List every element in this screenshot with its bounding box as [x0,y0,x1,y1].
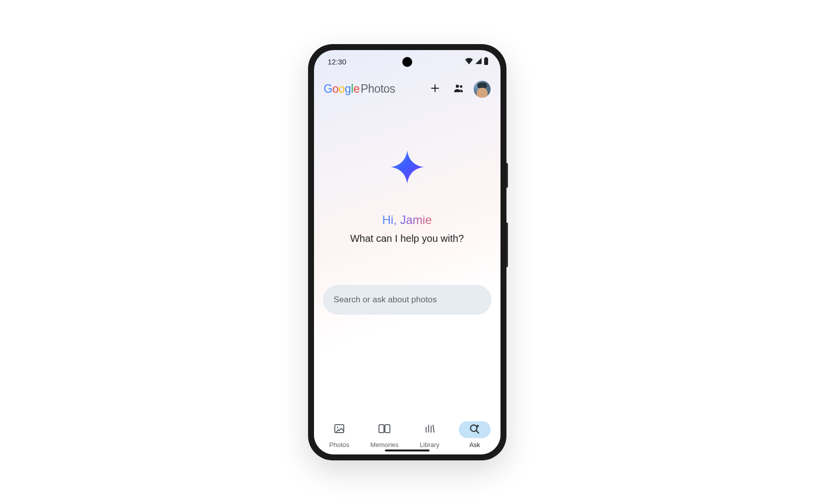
wifi-icon [465,57,473,66]
hero-section: Hi, Jamie What can I help you with? Sear… [314,105,501,416]
phone-side-button [506,223,508,267]
search-placeholder: Search or ask about photos [334,295,437,305]
camera-notch [402,57,412,67]
svg-line-11 [433,425,434,432]
svg-rect-1 [485,57,487,58]
plus-icon [429,82,441,96]
greeting-text: Hi, Jamie [382,213,432,227]
nav-tab-ask[interactable]: Ask [452,421,498,448]
status-time: 12:30 [328,57,347,66]
app-logo: Google Photos [324,82,421,96]
avatar[interactable] [474,81,491,98]
svg-line-13 [476,431,479,433]
nav-label: Memories [370,441,398,448]
gemini-spark-icon [390,150,425,184]
cell-signal-icon [475,57,482,66]
search-input[interactable]: Search or ask about photos [323,285,492,315]
phone-frame: 12:30 Google Photos [308,44,506,460]
svg-rect-7 [385,425,390,433]
home-indicator[interactable] [385,449,430,451]
nav-tab-memories[interactable]: Memories [362,421,407,448]
svg-rect-6 [379,425,384,433]
image-icon [333,423,345,437]
phone-side-button [506,163,508,188]
app-screen: 12:30 Google Photos [314,50,501,454]
library-icon [424,423,436,437]
svg-rect-0 [484,57,488,64]
nav-tab-library[interactable]: Library [407,421,452,448]
battery-icon [484,57,489,66]
people-icon [452,82,465,96]
nav-label: Library [420,441,439,448]
svg-point-5 [337,427,338,428]
devices-icon [378,423,391,437]
status-icons [465,57,489,66]
app-header: Google Photos [314,70,501,105]
svg-point-3 [459,85,462,87]
search-spark-icon [469,423,481,437]
nav-label: Ask [469,441,480,448]
add-button[interactable] [425,79,445,99]
nav-tab-photos[interactable]: Photos [317,421,362,448]
svg-rect-4 [335,425,344,433]
svg-point-2 [455,84,458,87]
prompt-text: What can I help you with? [350,233,464,244]
shared-button[interactable] [449,79,469,99]
app-logo-product: Photos [361,82,395,96]
nav-label: Photos [329,441,349,448]
bottom-nav: Photos Memories Library [314,416,501,454]
